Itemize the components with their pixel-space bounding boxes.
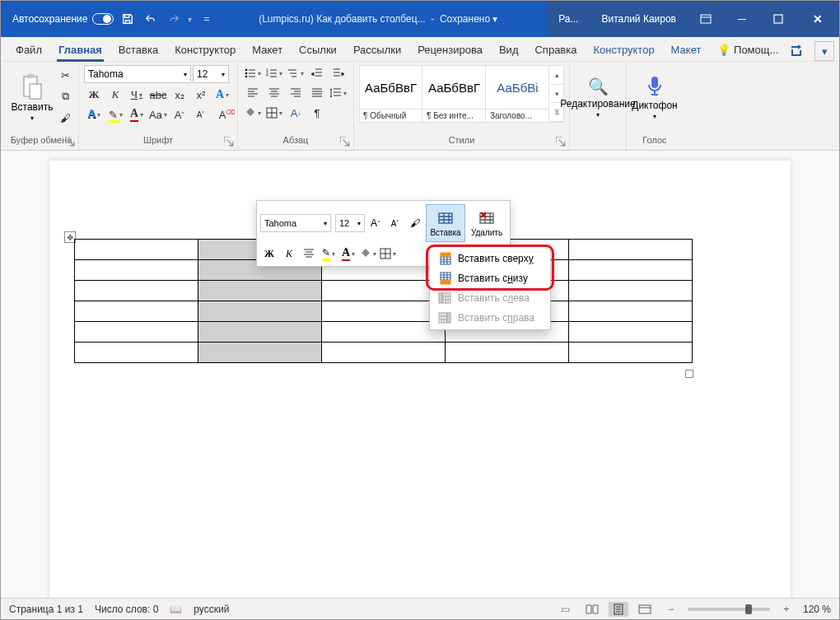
highlight-button[interactable]: ✎ (105, 106, 125, 123)
comments-button[interactable]: ▾ (814, 41, 834, 61)
style-no-spacing[interactable]: АаБбВвГ ¶ Без инте... (423, 66, 486, 122)
dialog-launcher-icon[interactable] (224, 137, 234, 147)
tell-me[interactable]: 💡 Помощ... (709, 40, 786, 61)
cut-button[interactable]: ✂ (57, 67, 73, 83)
mini-highlight[interactable]: ✎ (320, 245, 338, 263)
mini-italic[interactable]: К (280, 245, 298, 263)
share-button[interactable] (786, 41, 806, 61)
paste-button[interactable]: Вставить ▾ (9, 65, 55, 129)
tab-layout[interactable]: Макет (244, 40, 291, 61)
mini-format-painter[interactable]: 🖌 (406, 214, 424, 232)
change-case-button[interactable]: Aa (148, 106, 168, 123)
tab-mailings[interactable]: Рассылки (345, 40, 409, 61)
line-spacing-button[interactable] (329, 85, 348, 101)
mini-bold[interactable]: Ж (260, 245, 278, 263)
zoom-level[interactable]: 120 % (803, 604, 831, 615)
italic-button[interactable]: К (105, 86, 125, 103)
tab-insert[interactable]: Вставка (110, 40, 166, 61)
shading-button[interactable] (243, 105, 263, 121)
clear-formatting-button[interactable]: A⌫ (212, 106, 232, 123)
tab-table-layout[interactable]: Макет (663, 40, 710, 61)
insert-row-below[interactable]: Вставить снизу (432, 268, 548, 288)
format-painter-button[interactable]: 🖌 (57, 110, 73, 126)
maximize-button[interactable] (760, 1, 796, 37)
bold-button[interactable]: Ж (84, 86, 104, 103)
tab-references[interactable]: Ссылки (291, 40, 345, 61)
autosave-toggle[interactable]: Автосохранение (12, 13, 114, 25)
subscript-button[interactable]: x₂ (170, 86, 189, 103)
dialog-launcher-icon[interactable] (556, 137, 566, 147)
align-right-button[interactable] (286, 85, 306, 101)
mini-shading[interactable] (359, 245, 377, 263)
borders-button[interactable] (264, 105, 284, 121)
mini-shrink-font[interactable]: A˅ (386, 214, 404, 232)
insert-row-above[interactable]: Вставить сверху (432, 249, 548, 268)
styles-gallery[interactable]: АаБбВвГ ¶ Обычный АаБбВвГ ¶ Без инте... … (359, 65, 564, 123)
tab-review[interactable]: Рецензирова (409, 40, 491, 61)
zoom-slider[interactable] (688, 608, 770, 611)
page-indicator[interactable]: Страница 1 из 1 (9, 604, 83, 615)
text-fill-button[interactable]: A (84, 106, 104, 123)
mini-font-combo[interactable]: Tahoma▾ (260, 214, 331, 232)
mini-size-combo[interactable]: 12▾ (335, 214, 365, 232)
dialog-launcher-icon[interactable] (65, 137, 75, 147)
dictate-button[interactable]: Диктофон ▾ (632, 65, 678, 129)
text-effects-button[interactable]: A (212, 86, 232, 103)
undo-button[interactable] (142, 10, 160, 28)
mini-insert-split[interactable]: Вставка (426, 204, 465, 242)
mini-grow-font[interactable]: A˄ (366, 214, 385, 232)
styles-up-button[interactable]: ▴ (550, 66, 563, 85)
close-button[interactable]: ✕ (796, 1, 839, 37)
mini-font-color[interactable]: A (339, 245, 357, 263)
editing-dropdown[interactable]: 🔍 Редактирование ▾ (575, 65, 621, 129)
grow-font-button[interactable]: A˄ (170, 106, 189, 123)
sort-button[interactable]: A↓ (286, 105, 306, 121)
bullets-button[interactable] (243, 65, 263, 82)
zoom-out-button[interactable]: − (661, 602, 681, 617)
language-indicator[interactable]: русский (194, 604, 229, 615)
font-size-combo[interactable]: 12▾ (193, 65, 229, 83)
font-name-combo[interactable]: Tahoma▾ (84, 65, 191, 83)
mini-borders[interactable] (379, 245, 397, 263)
redo-button[interactable] (165, 10, 183, 28)
print-layout-button[interactable] (609, 602, 628, 617)
shrink-font-button[interactable]: A˅ (191, 106, 211, 123)
minimize-button[interactable]: ─ (724, 1, 760, 37)
numbering-button[interactable]: 12 (264, 65, 284, 82)
copy-button[interactable]: ⧉ (57, 88, 73, 105)
tab-home[interactable]: Главная (50, 40, 110, 61)
decrease-indent-button[interactable] (307, 65, 327, 82)
align-left-button[interactable] (243, 85, 263, 101)
justify-button[interactable] (307, 85, 327, 101)
font-color-button[interactable]: A (127, 106, 147, 123)
doc-mode[interactable]: Ра... (547, 13, 590, 25)
web-layout-button[interactable] (635, 602, 655, 617)
tab-design[interactable]: Конструктор (166, 40, 244, 61)
word-count[interactable]: Число слов: 0 (95, 604, 158, 615)
save-button[interactable] (119, 10, 137, 28)
tab-table-design[interactable]: Конструктор (585, 40, 662, 61)
dialog-launcher-icon[interactable] (340, 137, 350, 147)
style-heading1[interactable]: АаБбВі Заголово... (487, 66, 549, 122)
show-marks-button[interactable]: ¶ (307, 105, 327, 121)
strikethrough-button[interactable]: abc (148, 86, 168, 103)
tab-file[interactable]: Файл (7, 40, 50, 61)
tab-help[interactable]: Справка (526, 40, 585, 61)
zoom-in-button[interactable]: + (777, 602, 796, 617)
focus-mode-button[interactable]: ▭ (556, 602, 576, 617)
insert-column-left[interactable]: Вставить слева (432, 288, 548, 308)
style-normal[interactable]: АаБбВвГ ¶ Обычный (360, 66, 422, 122)
tab-view[interactable]: Вид (491, 40, 527, 61)
table-resize-handle[interactable] (685, 370, 693, 378)
align-center-button[interactable] (264, 85, 284, 101)
user-account[interactable]: Виталий Каиров (590, 13, 688, 25)
superscript-button[interactable]: x² (191, 86, 211, 103)
multilevel-button[interactable] (286, 65, 306, 82)
underline-button[interactable]: Ч (127, 86, 147, 103)
spell-check-icon[interactable]: 📖 (170, 604, 182, 615)
mini-align[interactable] (300, 245, 318, 263)
increase-indent-button[interactable] (329, 65, 348, 82)
ribbon-display-button[interactable] (688, 1, 724, 37)
read-mode-button[interactable] (582, 602, 602, 617)
mini-delete-split[interactable]: Удалить (467, 204, 506, 242)
